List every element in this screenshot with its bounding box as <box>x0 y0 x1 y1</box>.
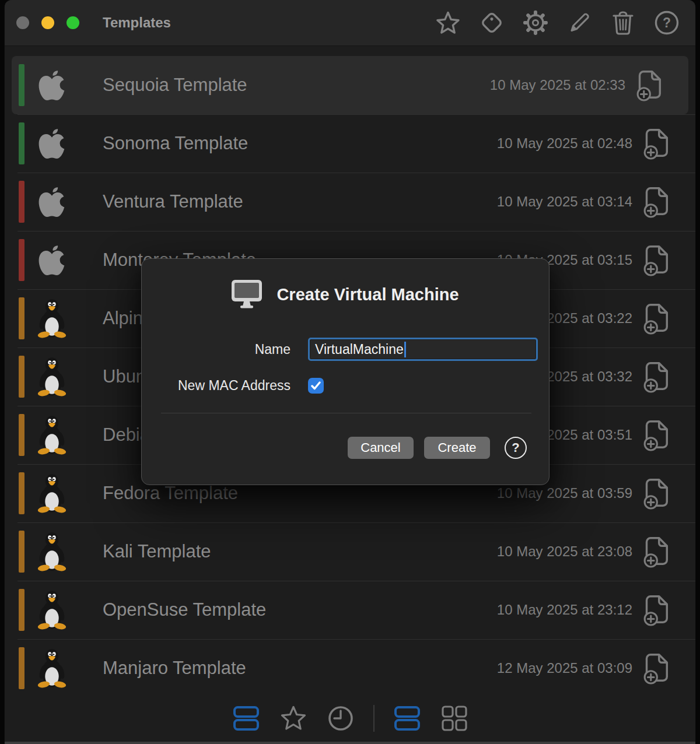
linux-tux-icon <box>36 531 68 572</box>
help-icon[interactable] <box>653 9 680 36</box>
template-row[interactable]: Ventura Template 10 May 2025 at 03:14 <box>5 173 695 231</box>
template-row[interactable]: Sonoma Template 10 May 2025 at 02:48 <box>5 114 695 173</box>
favorites-star-icon[interactable] <box>279 704 308 733</box>
new-document-from-template-icon[interactable] <box>642 535 670 568</box>
linux-tux-icon <box>36 589 68 630</box>
new-document-from-template-icon[interactable] <box>642 652 670 685</box>
template-date: 12 May 2025 at 03:09 <box>497 660 632 676</box>
titlebar-toolbar <box>435 9 680 36</box>
trash-icon[interactable] <box>610 9 636 36</box>
new-document-from-template-icon[interactable] <box>642 302 670 335</box>
close-button[interactable] <box>16 16 29 29</box>
template-date: 10 May 2025 at 02:48 <box>497 135 632 152</box>
dialog-header: Create Virtual Machine <box>142 280 549 309</box>
edit-pencil-icon[interactable] <box>566 9 593 36</box>
dialog-help-button[interactable]: ? <box>505 437 527 459</box>
template-date: 10 May 2025 at 02:33 <box>490 77 625 93</box>
template-date: 10 May 2025 at 23:08 <box>497 543 632 560</box>
os-color-bar <box>19 414 24 456</box>
new-mac-address-checkbox[interactable] <box>308 378 324 394</box>
template-name: OpenSuse Template <box>103 599 497 620</box>
bottom-toolbar <box>5 695 695 742</box>
template-row[interactable]: Kali Template 10 May 2025 at 23:08 <box>5 522 695 581</box>
new-document-from-template-icon[interactable] <box>642 419 670 451</box>
template-date: 10 May 2025 at 03:14 <box>497 194 632 210</box>
dialog-title: Create Virtual Machine <box>276 285 459 304</box>
new-document-from-template-icon[interactable] <box>642 594 670 626</box>
os-color-bar <box>19 647 24 689</box>
grid-view-icon[interactable] <box>440 704 469 733</box>
vm-name-input[interactable]: VirtualMachine <box>308 338 538 361</box>
cancel-button[interactable]: Cancel <box>348 437 414 459</box>
minimize-button[interactable] <box>41 16 54 29</box>
vm-name-value: VirtualMachine <box>315 342 404 357</box>
toolbar-divider <box>373 705 374 732</box>
name-label: Name <box>161 342 290 357</box>
template-name: Ventura Template <box>103 191 497 212</box>
new-document-from-template-icon[interactable] <box>635 69 663 101</box>
os-color-bar <box>19 239 24 281</box>
tag-icon[interactable] <box>478 9 505 36</box>
favorite-star-icon[interactable] <box>435 9 461 36</box>
new-document-from-template-icon[interactable] <box>642 477 670 510</box>
linux-tux-icon <box>36 473 68 514</box>
template-date: 10 May 2025 at 23:12 <box>497 602 632 618</box>
os-color-bar <box>19 64 24 106</box>
linux-tux-icon <box>36 356 68 397</box>
new-document-from-template-icon[interactable] <box>642 185 670 218</box>
titlebar: Templates <box>5 0 695 46</box>
linux-tux-icon <box>36 298 68 339</box>
os-color-bar <box>19 181 24 223</box>
apple-logo-icon <box>37 185 66 219</box>
os-color-bar <box>19 122 24 164</box>
template-name: Fedora Template <box>103 483 497 504</box>
os-color-bar <box>19 297 24 339</box>
template-name: Sequoia Template <box>103 75 490 96</box>
os-color-bar <box>19 589 24 631</box>
checkmark-icon <box>311 381 321 390</box>
template-name: Kali Template <box>103 541 497 562</box>
create-vm-dialog: Create Virtual Machine Name VirtualMachi… <box>141 258 550 485</box>
new-document-from-template-icon[interactable] <box>642 127 670 160</box>
list-view-icon[interactable] <box>232 704 261 733</box>
os-color-bar <box>19 531 24 573</box>
template-row[interactable]: Sequoia Template 10 May 2025 at 02:33 <box>12 56 688 114</box>
template-date: 10 May 2025 at 03:59 <box>497 485 632 501</box>
window-title: Templates <box>103 15 171 31</box>
display-monitor-icon <box>232 280 262 309</box>
os-color-bar <box>19 472 24 514</box>
dialog-divider <box>161 413 531 413</box>
apple-logo-icon <box>37 243 66 277</box>
template-row[interactable]: Manjaro Template 12 May 2025 at 03:09 <box>5 639 695 697</box>
traffic-lights <box>16 16 79 29</box>
new-mac-address-label: New MAC Address <box>161 378 290 394</box>
apple-logo-icon <box>37 127 66 160</box>
recents-clock-icon[interactable] <box>326 704 355 733</box>
zoom-button[interactable] <box>66 16 79 29</box>
new-document-from-template-icon[interactable] <box>642 360 670 393</box>
template-name: Sonoma Template <box>103 133 497 154</box>
new-document-from-template-icon[interactable] <box>642 244 670 276</box>
template-row[interactable]: OpenSuse Template 10 May 2025 at 23:12 <box>5 581 695 639</box>
create-button[interactable]: Create <box>424 437 490 459</box>
linux-tux-icon <box>36 415 68 455</box>
apple-logo-icon <box>37 68 66 102</box>
linux-tux-icon <box>36 648 68 689</box>
settings-gear-icon[interactable] <box>522 9 549 36</box>
os-color-bar <box>19 356 24 398</box>
templates-list-icon[interactable] <box>393 704 422 733</box>
template-name: Manjaro Template <box>103 658 497 679</box>
text-caret <box>404 342 406 357</box>
